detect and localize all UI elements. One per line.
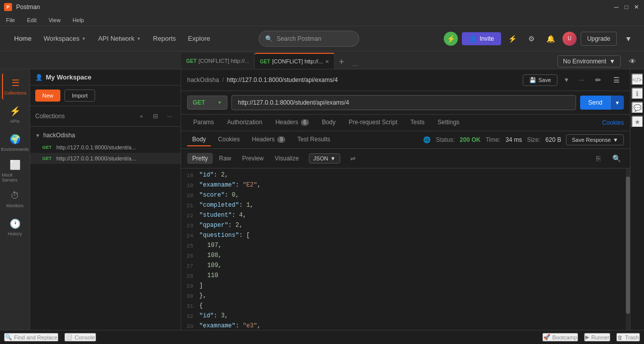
- search-box[interactable]: 🔍 Search Postman: [259, 31, 359, 47]
- tab-conflict-1[interactable]: GET [CONFLICT] http://...: [181, 53, 255, 69]
- new-button[interactable]: New: [35, 90, 60, 102]
- collection-item-2-url: http://127.0.0.1:8000/student/a...: [56, 155, 136, 161]
- url-input[interactable]: [231, 95, 576, 110]
- sidebar-item-apis[interactable]: ⚡ APIs: [2, 102, 28, 128]
- rtab-body[interactable]: Body: [316, 115, 342, 131]
- size-label: Size:: [527, 136, 540, 143]
- trash-button[interactable]: 🗑 Trash: [616, 333, 640, 341]
- sidebar-item-history[interactable]: 🕐 History: [2, 214, 28, 240]
- code-view-button[interactable]: ✏: [591, 72, 606, 88]
- send-group: Send ▼: [580, 96, 624, 110]
- scrollbar-track[interactable]: [626, 168, 630, 330]
- environment-selector[interactable]: No Environment ▼: [557, 55, 621, 67]
- vtab-preview[interactable]: Preview: [237, 153, 269, 164]
- avatar[interactable]: U: [562, 32, 577, 46]
- rtab-authorization[interactable]: Authorization: [221, 115, 268, 131]
- save-dropdown-button[interactable]: ▼: [560, 74, 573, 86]
- close-button[interactable]: ✕: [633, 4, 640, 11]
- nav-api-network[interactable]: API Network ▼: [92, 26, 147, 51]
- import-button[interactable]: Import: [64, 90, 95, 102]
- maximize-button[interactable]: □: [623, 4, 630, 11]
- layout-button[interactable]: ☰: [609, 72, 624, 88]
- tab1-label: [CONFLICT] http://...: [199, 58, 250, 64]
- resp-tab-test-results[interactable]: Test Results: [292, 133, 335, 146]
- top-nav: Home Workspaces ▼ API Network ▼ Reports …: [0, 26, 644, 51]
- vtab-pretty[interactable]: Pretty: [187, 153, 213, 164]
- notification-button[interactable]: 🔔: [543, 31, 558, 46]
- copy-button[interactable]: ⎘: [591, 151, 606, 166]
- find-replace-button[interactable]: 🔍 Find and Replace: [4, 333, 58, 341]
- environments-icon: 🌍: [10, 134, 21, 145]
- right-icon-star[interactable]: ★: [631, 116, 643, 128]
- vtab-raw[interactable]: Raw: [214, 153, 236, 164]
- nav-reports[interactable]: Reports: [147, 26, 182, 51]
- workspace-name: My Workspace: [46, 73, 176, 81]
- rtab-tests[interactable]: Tests: [405, 115, 431, 131]
- format-select[interactable]: JSON ▼: [309, 153, 340, 163]
- tab-add-button[interactable]: +: [335, 55, 349, 69]
- rtab-settings[interactable]: Settings: [432, 115, 465, 131]
- scrollbar-thumb[interactable]: [626, 177, 630, 314]
- filter-button[interactable]: ⊟: [149, 110, 162, 122]
- eye-button[interactable]: 👁: [625, 54, 640, 69]
- sidebar-item-monitors[interactable]: ⏱ Monitors: [2, 186, 28, 212]
- menu-edit[interactable]: Edit: [25, 16, 39, 24]
- settings-button[interactable]: ⚙: [524, 31, 539, 46]
- runner-button[interactable]: ▶ Runner: [584, 333, 610, 341]
- rtab-params[interactable]: Params: [187, 115, 220, 131]
- nav-workspaces[interactable]: Workspaces ▼: [38, 26, 92, 51]
- upgrade-button[interactable]: Upgrade: [581, 32, 617, 46]
- console-button[interactable]: ⬜ Console: [64, 333, 96, 341]
- send-dropdown-button[interactable]: ▼: [610, 96, 624, 110]
- sidebar-item-mock-servers[interactable]: ⬜ Mock Servers: [2, 158, 28, 184]
- vtab-visualize[interactable]: Visualize: [270, 153, 304, 164]
- tab-more-button[interactable]: ···: [349, 62, 362, 69]
- workspace-icon: 👤: [35, 74, 43, 81]
- tab-conflict-2[interactable]: GET [CONFLICT] http://... ✕: [255, 53, 334, 69]
- rtab-headers[interactable]: Headers 6: [269, 115, 314, 131]
- format-actions: ⎘ 🔍: [591, 151, 624, 166]
- menu-view[interactable]: View: [47, 16, 63, 24]
- sidebar-item-collections[interactable]: ☰ Collections: [2, 73, 28, 100]
- resp-tab-headers[interactable]: Headers 9: [247, 133, 290, 146]
- bootcamp-button[interactable]: 🚀 Bootcamp: [542, 333, 579, 341]
- collection-item-2[interactable]: GET http://127.0.0.1:8000/student/a...: [30, 153, 181, 164]
- right-icon-comment[interactable]: 💬: [631, 102, 643, 114]
- method-badge-2: GET: [42, 156, 54, 161]
- json-line-25: 25 107,: [181, 241, 630, 251]
- search-response-button[interactable]: 🔍: [609, 151, 624, 166]
- cookies-link[interactable]: Cookies: [602, 115, 624, 131]
- collection-item-1[interactable]: GET http://127.0.0.1:8000/student/a...: [30, 142, 181, 153]
- resp-tab-body[interactable]: Body: [187, 133, 211, 146]
- left-panel: 👤 My Workspace New Import Collections ＋ …: [30, 69, 181, 330]
- sidebar-item-environments[interactable]: 🌍 Environments: [2, 130, 28, 156]
- menu-file[interactable]: File: [4, 16, 17, 24]
- breadcrumb-more-button[interactable]: ···: [576, 74, 588, 86]
- json-line-31: 31 {: [181, 301, 630, 311]
- send-button[interactable]: Send: [580, 96, 610, 110]
- tab2-close[interactable]: ✕: [325, 59, 329, 64]
- environment-label: No Environment: [563, 58, 606, 65]
- resp-tab-cookies[interactable]: Cookies: [213, 133, 245, 146]
- menu-help[interactable]: Help: [70, 16, 86, 24]
- nav-explore[interactable]: Explore: [182, 26, 216, 51]
- method-select[interactable]: GET ▼: [187, 96, 227, 110]
- caret-icon: ▼: [35, 133, 40, 138]
- lightning-button[interactable]: ⚡: [505, 31, 520, 46]
- save-response-button[interactable]: Save Response ▼: [566, 134, 624, 145]
- json-line-33: 33 "examname": "e3",: [181, 321, 630, 330]
- add-collection-button[interactable]: ＋: [135, 110, 147, 122]
- rtab-pre-request[interactable]: Pre-request Script: [343, 115, 404, 131]
- more-options-button[interactable]: ···: [164, 110, 176, 122]
- right-icon-code[interactable]: </>: [631, 73, 643, 85]
- collection-hackodisha[interactable]: ▼ hackOdisha: [30, 129, 181, 142]
- nav-home[interactable]: Home: [8, 26, 38, 51]
- right-icon-info[interactable]: ℹ: [631, 88, 643, 100]
- new-import-bar: New Import: [30, 85, 181, 106]
- find-replace-label: Find and Replace: [14, 334, 57, 340]
- expand-button[interactable]: ▼: [621, 31, 636, 46]
- minimize-button[interactable]: ─: [613, 4, 620, 11]
- save-button[interactable]: 💾 Save: [523, 74, 557, 86]
- invite-button[interactable]: 👤 Invite: [462, 32, 501, 45]
- wrap-button[interactable]: ⇌: [345, 151, 360, 166]
